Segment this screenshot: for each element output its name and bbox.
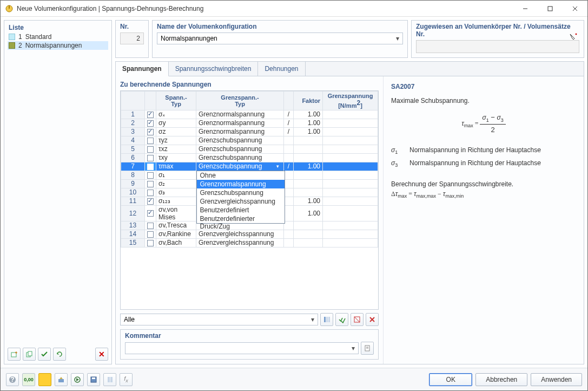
comment-input[interactable] [125,343,348,354]
dialog-window: Neue Volumenkonfiguration | Spannungs-De… [0,0,588,391]
refresh-button[interactable] [53,348,66,361]
dropdown-option[interactable]: Benutzerdefiniert [197,206,285,214]
tab-schwingbreiten[interactable]: Spannungsschwingbreiten [169,62,259,76]
window-title: Neue Volumenkonfiguration | Spannungs-De… [17,5,513,12]
chevron-down-icon[interactable]: ▾ [348,343,358,354]
tab-strip: Spannungen Spannungsschwingbreiten Dehnu… [116,62,584,76]
dropdown-option[interactable]: Benutzerdefinierter Druck/Zug [197,214,285,223]
table-row[interactable]: 7τmaxGrenzschubspannung▾/1.00 [121,162,378,171]
dropdown-option[interactable]: Ohne [197,171,285,180]
limit-type-dropdown[interactable]: OhneGrenznormalspannungGrenzschubspannun… [196,171,285,224]
tab-spannungen[interactable]: Spannungen [116,62,169,76]
sidebar: Liste 1 Standard 2 Normalspannungen [4,20,112,364]
ok-button[interactable]: OK [429,373,472,386]
table-row[interactable]: 2σyGrenznormalspannung/1.00 [121,119,378,127]
svg-rect-10 [28,351,32,356]
color-swatch-icon [9,34,15,40]
apply-button[interactable]: Anwenden [531,373,582,386]
stress-grid[interactable]: Spann.- Typ Grenzspann.- Typ Faktor Gren… [120,90,379,310]
comment-combobox[interactable]: ▾ [125,342,359,354]
delete-button[interactable]: ✕ [95,348,108,361]
svg-rect-14 [326,317,328,322]
svg-rect-13 [324,317,326,322]
tab-dehnungen[interactable]: Dehnungen [258,62,305,76]
grid-title: Zu berechnende Spannungen [120,81,379,88]
info-code: SA2007 [391,82,576,92]
maximize-button[interactable] [538,1,563,16]
chevron-down-icon[interactable]: ▾ [393,33,402,44]
clear-grid-button[interactable] [366,313,379,326]
save-toolbar-button[interactable] [87,373,100,386]
table-row[interactable]: 6τxyGrenzschubspannung [121,153,378,162]
dropdown-option[interactable]: Grenzvergleichsspannung [197,197,285,206]
info-formula: τmax = σ1 − σ32 [391,112,576,135]
swing-formula: Δτmax = τmax,max − τmax,min [391,189,576,200]
sidebar-label: Liste [4,21,111,32]
name-input[interactable] [157,33,393,44]
assign-field-box: Zugewiesen an Volumenkörper Nr. / Volume… [411,20,584,58]
units-button[interactable]: 0,00 [22,373,35,386]
color-swatch-icon [9,42,15,49]
chevron-down-icon[interactable]: ▾ [308,314,318,325]
table-row[interactable]: 5τxzGrenzschubspannung [121,145,378,153]
help-button[interactable]: ? [6,373,19,386]
name-field-box: Name der Volumenkonfiguration ▾ [152,20,408,58]
svg-rect-15 [328,317,330,322]
tool5-button[interactable] [71,373,84,386]
table-row[interactable]: 1σₓGrenznormalspannung/1.00 [121,110,378,119]
close-button[interactable] [563,1,587,16]
tool7-button[interactable] [103,373,116,386]
config-list[interactable]: 1 Standard 2 Normalspannungen [4,32,111,344]
svg-rect-1 [9,5,10,9]
dropdown-option[interactable]: Grenzschubspannung [197,188,285,197]
assign-input[interactable] [416,40,579,53]
info-pane: SA2007 Maximale Schubspannung. τmax = σ1… [384,76,584,364]
app-icon [5,4,14,13]
number-value: 2 [120,32,144,44]
info-title: Maximale Schubspannung. [391,96,576,106]
list-item[interactable]: 1 Standard [8,32,108,41]
cancel-button[interactable]: Abbrechen [475,373,527,386]
color-button[interactable] [38,373,51,386]
sidebar-toolbar: ✕ [4,344,111,364]
filter-input[interactable] [121,314,308,325]
number-field-box: Nr. 2 [115,20,149,58]
svg-rect-3 [548,6,552,11]
svg-rect-6 [11,353,16,357]
dialog-footer: ? 0,00 fx OK Abbrechen Anwenden [1,368,587,390]
minimize-button[interactable] [513,1,538,16]
comment-box: Kommentar ▾ [120,329,379,360]
svg-line-17 [354,317,360,322]
list-item[interactable]: 2 Normalspannungen [8,41,108,50]
table-row[interactable]: 14σv,RankineGrenzvergleichsspannung [121,230,378,238]
pick-button[interactable] [569,32,578,42]
comment-pick-button[interactable] [361,342,374,355]
svg-rect-29 [108,377,110,382]
table-row[interactable]: 4τyzGrenzschubspannung [121,136,378,145]
fx-button[interactable]: fx [120,373,133,386]
svg-rect-25 [58,379,64,382]
svg-text:?: ? [10,376,14,383]
uncheck-all-grid-button[interactable] [351,313,364,326]
table-row[interactable]: 15σv,BachGrenzvergleichsspannung [121,238,378,247]
dropdown-option[interactable]: Grenznormalspannung [197,180,285,188]
svg-rect-28 [92,377,95,379]
title-bar: Neue Volumenkonfiguration | Spannungs-De… [1,1,587,17]
tool4-button[interactable] [55,373,68,386]
new-button[interactable] [8,348,21,361]
check-all-button[interactable] [38,348,51,361]
check-all-grid-button[interactable] [335,313,348,326]
name-combobox[interactable]: ▾ [157,32,403,44]
select-column-button[interactable] [320,313,333,326]
table-row[interactable]: 3σzGrenznormalspannung/1.00 [121,127,378,136]
filter-combobox[interactable]: ▾ [120,314,318,325]
svg-rect-30 [110,377,113,382]
copy-button[interactable] [23,348,36,361]
